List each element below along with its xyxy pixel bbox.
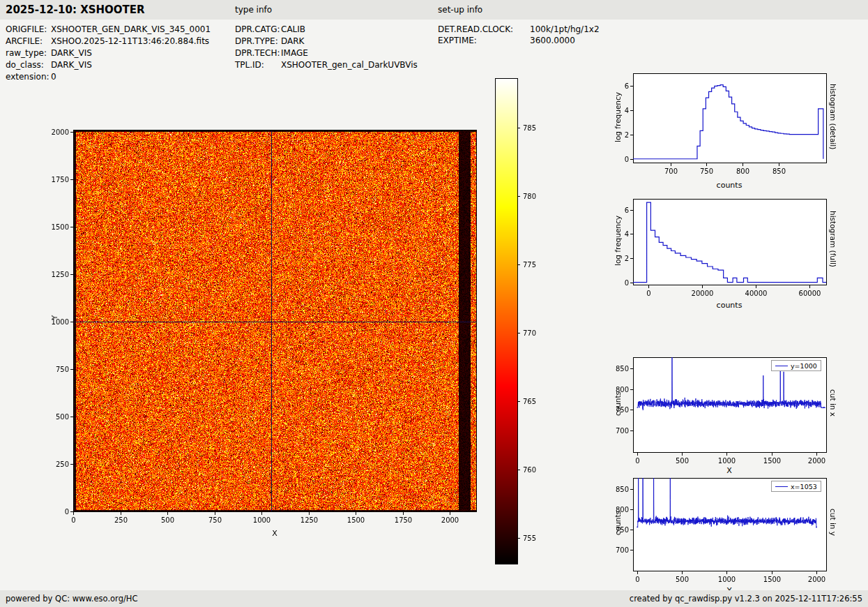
hist-full-right-label: histogram (full) (829, 211, 837, 267)
meta-row-exptime: EXPTIME:3600.0000 (438, 36, 575, 45)
hist-detail-y-label: log frequency (614, 92, 622, 142)
histogram-detail-plot (597, 67, 834, 177)
main-image-plot (40, 98, 492, 534)
legend-label: y=1000 (791, 362, 817, 370)
meta-value: 3600.0000 (530, 36, 575, 45)
meta-label: DPR.CATG: (235, 24, 281, 34)
hist-full-x-label: counts (717, 301, 743, 310)
meta-label: DET.READ.CLOCK: (438, 24, 530, 34)
meta-label: raw_type: (6, 48, 51, 58)
hist-full-y-label: log frequency (614, 216, 622, 266)
hist-detail-x-label: counts (717, 181, 743, 190)
meta-label: TPL.ID: (235, 60, 281, 70)
type-info-label: type info (235, 0, 272, 20)
meta-value: DARK_VIS (51, 60, 92, 70)
legend-label: x=1053 (791, 483, 817, 490)
meta-value: DARK_VIS (51, 48, 92, 58)
meta-value: DARK (281, 36, 304, 46)
meta-label: DPR.TYPE: (235, 36, 281, 46)
meta-row-dprcatg: DPR.CATG:CALIB (235, 24, 305, 34)
meta-value: XSHOOTER_GEN_DARK_VIS_345_0001 (51, 24, 211, 34)
meta-row-dprtech: DPR.TECH:IMAGE (235, 48, 308, 58)
setup-info-label: set-up info (438, 0, 482, 20)
histogram-full-plot (597, 193, 834, 299)
cut-y-right-label: cut in y (829, 509, 837, 536)
legend-line-icon (775, 486, 788, 487)
footer-created-by: created by qc_rawdisp.py v1.2.3 on 2025-… (630, 590, 862, 607)
cut-x-y-label: counts (614, 391, 622, 416)
meta-label: ORIGFILE: (6, 24, 51, 34)
main-x-axis-label: X (272, 529, 277, 538)
page-title: 2025-12-10: XSHOOTER (6, 0, 145, 20)
legend-line-icon (775, 366, 788, 366)
meta-row-origfile: ORIGFILE:XSHOOTER_GEN_DARK_VIS_345_0001 (6, 24, 211, 34)
meta-row-tplid: TPL.ID:XSHOOTER_gen_cal_DarkUVBVis (235, 60, 418, 70)
meta-value: 100k/1pt/hg/1x2 (530, 24, 600, 34)
meta-label: extension: (6, 72, 51, 82)
meta-value: CALIB (281, 24, 305, 34)
meta-row-readclock: DET.READ.CLOCK:100k/1pt/hg/1x2 (438, 24, 600, 34)
meta-value: XSHOO.2025-12-11T13:46:20.884.fits (51, 36, 209, 46)
meta-label: DPR.TECH: (235, 48, 281, 58)
meta-row-extension: extension:0 (6, 72, 56, 82)
cut-x-right-label: cut in x (829, 389, 837, 417)
meta-value: 0 (51, 72, 56, 82)
meta-row-arcfile: ARCFILE:XSHOO.2025-12-11T13:46:20.884.fi… (6, 36, 209, 46)
meta-value: IMAGE (281, 48, 308, 58)
legend-cut-y: x=1053 (771, 481, 821, 492)
meta-label: ARCFILE: (6, 36, 51, 46)
cut-y-y-label: counts (614, 511, 622, 535)
colorbar (491, 75, 555, 569)
meta-label: EXPTIME: (438, 36, 530, 45)
header-bar: 2025-12-10: XSHOOTER type info set-up in… (0, 0, 868, 20)
footer-powered-by-link[interactable]: powered by QC: www.eso.org/HC (6, 590, 137, 607)
meta-row-doclass: do_class:DARK_VIS (6, 60, 92, 70)
meta-label: do_class: (6, 60, 51, 70)
meta-value: XSHOOTER_gen_cal_DarkUVBVis (281, 60, 418, 70)
hist-detail-right-label: histogram (detail) (829, 84, 837, 149)
main-y-axis-label: Y (50, 315, 59, 320)
meta-row-rawtype: raw_type:DARK_VIS (6, 48, 92, 58)
legend-cut-x: y=1000 (771, 360, 821, 371)
meta-row-dprtype: DPR.TYPE:DARK (235, 36, 304, 46)
